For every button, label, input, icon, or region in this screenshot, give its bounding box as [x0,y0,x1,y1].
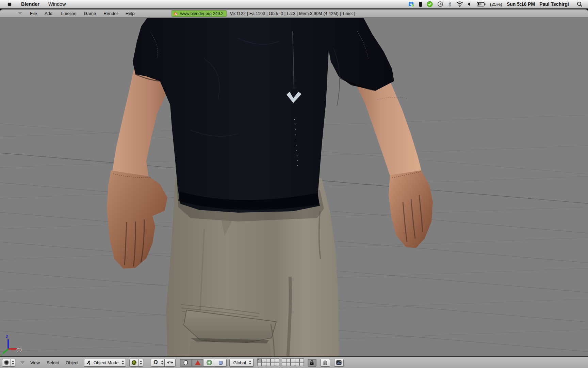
layer-button[interactable] [257,362,262,366]
character-model[interactable] [107,18,433,356]
menu-select[interactable]: Select [47,360,59,365]
blender-version-badge[interactable]: www.blender.org 249.2 [172,10,227,17]
menu-view[interactable]: View [30,360,40,365]
mode-stepper [120,359,125,366]
layer-block-2 [282,359,304,366]
layer-button[interactable] [286,358,291,362]
pivot-dropdown[interactable]: Ω [151,359,160,367]
layer-button[interactable] [271,358,275,362]
orientation-label: Global [231,360,248,365]
menubar-user[interactable]: Paul Tschirgi [539,1,569,7]
layer-button[interactable] [299,362,304,366]
dropbox-icon[interactable] [408,1,414,7]
mode-dropdown[interactable]: Object Mode [84,359,126,367]
layer-button[interactable] [262,362,266,366]
lock-layers-button[interactable] [308,359,316,367]
manipulator-toggle-button[interactable] [180,359,192,367]
active-object-label: (1) [16,347,22,352]
volume-icon[interactable] [468,2,472,7]
layer-button[interactable] [275,358,279,362]
blender-window: File Add Timeline Game Render Help www.b… [0,9,588,368]
mode-label: Object Mode [92,360,121,365]
layer-button[interactable] [291,358,295,362]
orientation-stepper [248,359,252,366]
translate-icon [195,360,200,365]
menu-help[interactable]: Help [126,11,135,16]
device-icon[interactable] [419,1,422,7]
menu-add[interactable]: Add [45,11,52,16]
scale-icon [219,361,223,365]
scene-stats: Ve:1122 | Fa:1100 | Ob:5–0 | La:3 | Mem:… [230,11,356,16]
header-collapse-icon[interactable] [18,12,22,15]
menu-game[interactable]: Game [84,11,96,16]
render-preview-button[interactable] [334,359,344,367]
layer-button[interactable] [291,362,295,366]
time-machine-icon[interactable] [437,1,443,7]
viewport-3d[interactable]: Z x y (1) [0,18,588,356]
cargo-pocket-body [189,341,272,356]
menubar-clock[interactable]: Sun 5:16 PM [507,1,535,7]
layer-button[interactable] [299,358,304,362]
menu-file[interactable]: File [30,11,37,16]
snap-button[interactable] [321,359,330,367]
layer-button[interactable] [271,362,275,366]
render-preview-icon [336,360,342,365]
battery-percent: (25%) [490,2,502,7]
macos-menubar: Blender Window [0,0,588,9]
layer-button-1[interactable] [257,358,262,362]
orientation-dropdown[interactable]: Global [229,359,254,367]
editor-type-button[interactable] [2,359,11,367]
layer-button[interactable] [266,358,271,362]
info-header: File Add Timeline Game Render Help www.b… [0,9,588,18]
toolbar-collapse-icon[interactable] [20,361,25,364]
scale-manipulator-button[interactable] [215,359,227,367]
layer-button[interactable] [295,362,299,366]
menu-render[interactable]: Render [103,11,118,16]
bluetooth-icon[interactable] [448,1,452,7]
battery-icon[interactable] [477,2,486,6]
pivot-icon: Ω [153,360,158,365]
move-centers-icon [167,361,174,365]
grid-editor-icon [4,360,9,365]
rotate-icon [207,360,212,365]
menubar-item-window[interactable]: Window [48,1,66,7]
rotate-manipulator-button[interactable] [203,359,215,367]
editor-type-stepper[interactable] [11,359,15,367]
layer-button[interactable] [266,362,271,366]
green-check-icon[interactable] [427,1,433,7]
layer-block-1 [258,359,280,366]
svg-text:Z: Z [6,334,8,339]
layer-button[interactable] [262,358,266,362]
layer-button[interactable] [275,362,279,366]
axis-gizmo-icon: Z x y [0,334,20,356]
pivot-stepper[interactable] [160,359,165,367]
hand-icon [183,359,189,366]
shaded-sphere-icon [131,360,137,365]
badge-label: www.blender.org 249.2 [180,11,224,16]
spotlight-icon[interactable] [577,1,583,7]
translate-manipulator-button[interactable] [192,359,203,367]
right-hand [389,170,433,248]
draw-type-stepper[interactable] [139,359,143,367]
menu-timeline[interactable]: Timeline [60,11,77,16]
object-mode-icon [86,360,92,365]
wifi-icon[interactable] [456,1,463,7]
move-centers-button[interactable] [165,359,176,367]
active-app-name[interactable]: Blender [21,1,39,7]
draw-type-dropdown[interactable] [129,359,139,367]
layer-button[interactable] [282,362,286,366]
lock-icon [310,360,314,365]
blender-logo-icon [174,12,179,16]
layer-button[interactable] [295,358,299,362]
apple-menu-icon[interactable] [7,1,12,7]
viewport-header: View Select Object Object Mode [0,356,588,368]
layer-button[interactable] [282,358,286,362]
layer-button[interactable] [286,362,291,366]
menu-object[interactable]: Object [66,360,79,365]
svg-text:y: y [0,353,2,356]
magnet-icon [323,360,328,365]
